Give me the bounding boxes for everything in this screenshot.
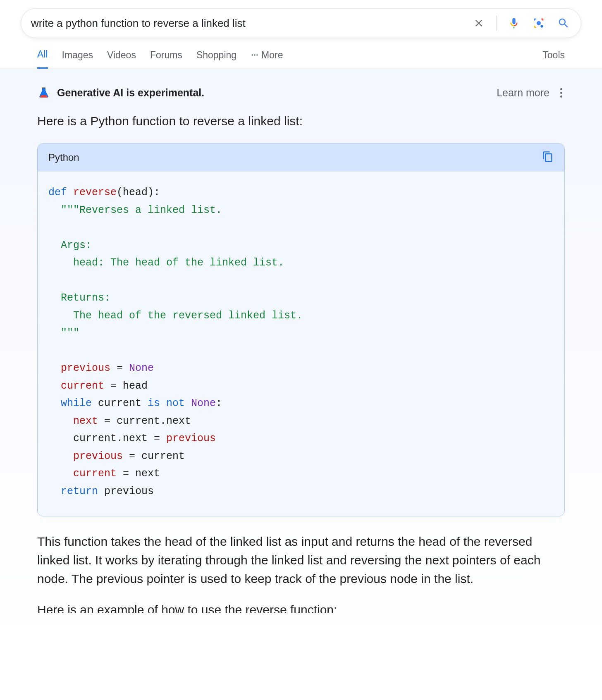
tab-more[interactable]: More: [251, 50, 283, 68]
mic-icon[interactable]: [506, 16, 521, 31]
search-icons: [471, 16, 571, 31]
lens-icon[interactable]: [531, 16, 546, 31]
svg-point-2: [252, 54, 253, 55]
svg-point-0: [537, 21, 541, 25]
tabs: All Images Videos Forums Shopping More: [37, 49, 283, 69]
tab-all[interactable]: All: [37, 49, 48, 69]
svg-rect-5: [42, 87, 45, 88]
tab-forums[interactable]: Forums: [150, 50, 182, 68]
more-dots-icon: [251, 51, 259, 59]
tab-more-label: More: [261, 50, 283, 61]
code-header: Python: [38, 143, 564, 172]
kebab-menu-icon[interactable]: [558, 86, 565, 100]
ai-followup-text: Here is an example of how to use the rev…: [37, 600, 565, 613]
code-block: Python def reverse(head): """Reverses a …: [37, 143, 565, 516]
code-language-label: Python: [48, 152, 79, 163]
search-input[interactable]: [31, 17, 471, 30]
tools-button[interactable]: Tools: [542, 50, 565, 68]
ai-header-right: Learn more: [497, 86, 565, 100]
tab-images[interactable]: Images: [62, 50, 93, 68]
search-bar-wrapper: [0, 0, 602, 38]
code-body: def reverse(head): """Reverses a linked …: [38, 172, 564, 516]
tabs-row: All Images Videos Forums Shopping More T…: [0, 38, 602, 69]
tab-videos[interactable]: Videos: [107, 50, 136, 68]
separator: [496, 16, 497, 31]
clear-icon[interactable]: [471, 16, 486, 31]
learn-more-link[interactable]: Learn more: [497, 87, 549, 99]
svg-point-4: [256, 54, 258, 55]
ai-header-left: Generative AI is experimental.: [37, 86, 204, 100]
flask-icon: [37, 86, 50, 100]
ai-followup-cutoff: Here is an example of how to use the rev…: [37, 600, 565, 613]
ai-description-text: This function takes the head of the link…: [37, 532, 565, 588]
ai-experimental-text: Generative AI is experimental.: [57, 87, 204, 99]
ai-intro-text: Here is a Python function to reverse a l…: [37, 114, 565, 128]
search-icon[interactable]: [556, 16, 571, 31]
search-bar: [21, 8, 581, 38]
ai-header: Generative AI is experimental. Learn mor…: [37, 86, 565, 100]
ai-overview-panel: Generative AI is experimental. Learn mor…: [0, 69, 602, 625]
svg-point-1: [540, 25, 543, 27]
tab-shopping[interactable]: Shopping: [196, 50, 236, 68]
svg-point-3: [254, 54, 255, 55]
copy-icon[interactable]: [542, 151, 554, 164]
